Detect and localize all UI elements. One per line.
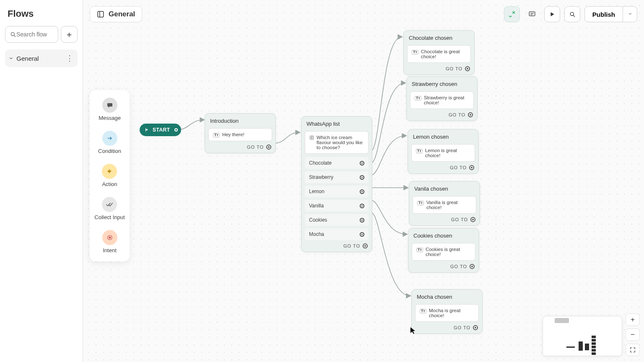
goto[interactable]: GO TO: [454, 325, 478, 330]
port-out[interactable]: [360, 189, 364, 194]
tools-button[interactable]: [504, 6, 520, 22]
search-flows-input-wrap[interactable]: [5, 26, 58, 43]
sidebar-item-general[interactable]: › General ⋮: [5, 49, 78, 67]
port-out[interactable]: [469, 165, 474, 170]
node-body: TтVanilla is great choice!: [413, 196, 476, 214]
node-text: Mocha is great choice!: [429, 308, 474, 318]
publish-group: Publish: [584, 6, 637, 22]
kebab-icon[interactable]: ⋮: [66, 54, 73, 63]
option-strawberry[interactable]: Strawberry: [305, 171, 369, 183]
canvas[interactable]: Message Condition Action Collect Input I…: [83, 0, 644, 362]
flow-tab-label: General: [109, 10, 135, 18]
port-out[interactable]: [473, 325, 478, 330]
node-text: Cookies is great choice!: [426, 247, 471, 257]
node-strawberry-chosen[interactable]: Strawberry chosen TтStrawberry is great …: [406, 76, 478, 121]
node-palette: Message Condition Action Collect Input I…: [90, 90, 130, 261]
palette-action[interactable]: Action: [102, 164, 117, 188]
port-out[interactable]: [360, 204, 364, 208]
goto[interactable]: GO TO: [450, 264, 475, 269]
node-cookies-chosen[interactable]: Cookies chosen TтCookies is great choice…: [408, 228, 479, 273]
node-body: Tт Hey there!: [208, 128, 272, 141]
option-lemon[interactable]: Lemon: [305, 186, 369, 197]
chevron-down-icon: [628, 10, 633, 18]
option-chocolate[interactable]: Chocolate: [305, 157, 369, 169]
text-type-icon: Tт: [213, 133, 220, 137]
add-flow-button[interactable]: ＋: [61, 26, 78, 43]
search-canvas-button[interactable]: [564, 6, 580, 22]
bolt-icon: [102, 164, 117, 179]
node-text: Vanilla is great choice!: [426, 200, 472, 210]
topbar: General Publish: [83, 0, 644, 24]
text-type-icon: Tт: [416, 149, 423, 153]
zoom-out-button[interactable]: −: [626, 328, 640, 341]
node-lemon-chosen[interactable]: Lemon chosen TтLemon is great choice! GO…: [408, 129, 479, 174]
goto[interactable]: GO TO: [449, 112, 473, 117]
node-body: TтMocha is great choice!: [415, 304, 479, 322]
plus-icon: ＋: [65, 29, 73, 40]
publish-button[interactable]: Publish: [584, 6, 623, 22]
option-label: Vanilla: [309, 203, 324, 209]
port-out[interactable]: [360, 232, 364, 237]
start-label: START: [153, 127, 170, 133]
fullscreen-button[interactable]: [626, 344, 640, 356]
goto[interactable]: GO TO: [247, 145, 271, 150]
port-out[interactable]: [360, 218, 364, 222]
fullscreen-icon: [630, 347, 636, 353]
sidebar-title: Flows: [8, 8, 75, 19]
port-out[interactable]: [470, 264, 475, 269]
node-body: TтLemon is great choice!: [411, 144, 475, 162]
option-list: Chocolate Strawberry Lemon Vanilla Cooki…: [301, 157, 372, 243]
node-vanila-chosen[interactable]: Vanila chosen TтVanilla is great choice!…: [409, 181, 480, 226]
palette-label: Action: [102, 181, 117, 188]
node-mocha-chosen[interactable]: Mocha chosen TтMocha is great choice! GO…: [411, 289, 483, 334]
port-out[interactable]: [266, 145, 271, 150]
node-chocolate-chosen[interactable]: Chocolate chosen TтChocolate is great ch…: [403, 30, 475, 75]
node-body: TтChocolate is great choice!: [407, 45, 471, 63]
node-body: TтStrawberry is great choice!: [410, 91, 474, 109]
node-title: Cookies chosen: [408, 228, 479, 241]
port-out[interactable]: [360, 161, 364, 165]
play-button[interactable]: [544, 6, 560, 22]
palette-label: Message: [99, 115, 121, 122]
goto[interactable]: GO TO: [446, 66, 470, 71]
palette-intent[interactable]: Intent: [102, 230, 117, 254]
option-label: Chocolate: [309, 160, 332, 166]
port-out[interactable]: [468, 112, 473, 117]
goto[interactable]: GO TO: [451, 217, 475, 222]
node-title: WhatsApp list: [301, 116, 372, 129]
flow-tab[interactable]: General: [90, 6, 142, 22]
option-vanilla[interactable]: Vanilla: [305, 200, 369, 212]
text-type-icon: Tт: [420, 309, 426, 313]
node-whatsapp-list[interactable]: WhatsApp list Which ice cream flavour wo…: [301, 116, 372, 252]
publish-dropdown-button[interactable]: [623, 6, 637, 22]
search-icon: [569, 11, 576, 18]
search-flows-input[interactable]: [16, 31, 49, 38]
chevron-right-icon: ›: [8, 57, 15, 59]
node-text: Strawberry is great choice!: [424, 95, 469, 105]
message-icon: [102, 98, 117, 113]
port-out[interactable]: [470, 217, 475, 222]
goto-label: GO TO: [343, 243, 360, 248]
comments-button[interactable]: [524, 6, 540, 22]
plus-icon: +: [631, 315, 635, 324]
palette-message[interactable]: Message: [99, 98, 121, 122]
port-out[interactable]: [360, 175, 364, 180]
palette-collect-input[interactable]: Collect Input: [94, 197, 125, 221]
minimap[interactable]: [543, 316, 622, 356]
option-mocha[interactable]: Mocha: [305, 228, 369, 240]
goto-label: GO TO: [454, 325, 470, 330]
zoom-in-button[interactable]: +: [626, 313, 640, 326]
palette-label: Intent: [103, 248, 117, 254]
port-out[interactable]: [465, 66, 470, 71]
node-text: Hey there!: [222, 132, 244, 137]
goto[interactable]: GO TO: [450, 165, 474, 170]
double-check-icon: [102, 197, 117, 212]
start-node[interactable]: START: [140, 124, 181, 136]
port-out[interactable]: [363, 243, 368, 248]
node-introduction[interactable]: Introduction Tт Hey there! GO TO: [205, 113, 276, 153]
option-cookies[interactable]: Cookies: [305, 214, 369, 226]
goto[interactable]: GO TO: [343, 243, 368, 248]
port-out[interactable]: [174, 127, 179, 132]
palette-condition[interactable]: Condition: [98, 131, 121, 155]
goto-label: GO TO: [446, 66, 462, 71]
